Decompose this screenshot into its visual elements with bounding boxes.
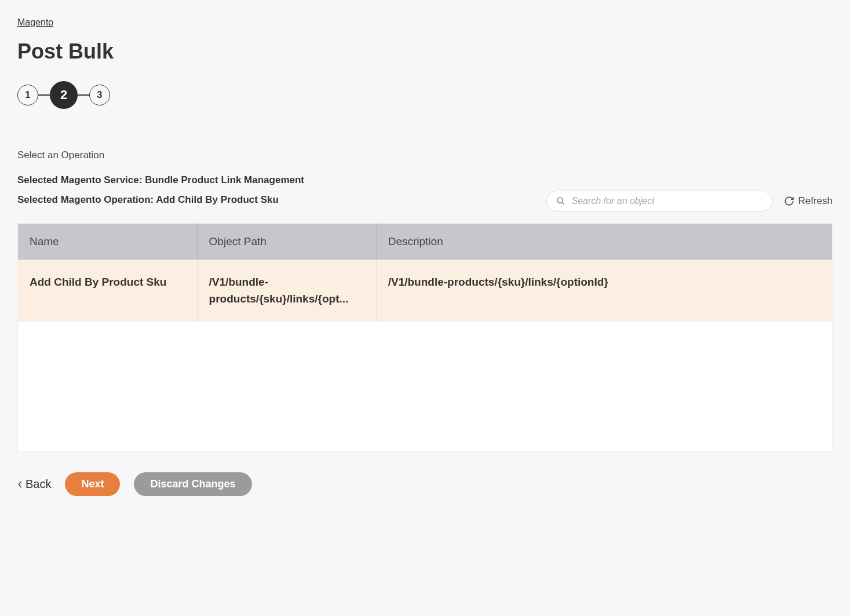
step-2[interactable]: 2 [50,81,78,109]
stepper: 1 2 3 [17,81,833,109]
section-label: Select an Operation [17,150,833,161]
svg-point-0 [557,198,563,203]
breadcrumb-link[interactable]: Magento [17,17,53,28]
step-connector [38,94,50,96]
operation-table: Name Object Path Description Add Child B… [18,224,832,322]
th-desc: Description [376,224,832,260]
discard-button[interactable]: Discard Changes [134,472,251,496]
selected-operation: Selected Magento Operation: Add Child By… [17,192,304,207]
table-container: Name Object Path Description Add Child B… [17,223,833,452]
search-icon [556,196,566,206]
refresh-icon [784,196,794,206]
th-name: Name [18,224,197,260]
cell-desc: /V1/bundle-products/{sku}/links/{optionI… [376,260,832,322]
table-row[interactable]: Add Child By Product Sku /V1/bundle-prod… [18,260,832,322]
step-3[interactable]: 3 [89,85,110,105]
footer: Back Next Discard Changes [17,472,833,496]
back-label: Back [25,478,51,491]
cell-path: /V1/bundle-products/{sku}/links/{opt... [197,260,376,322]
step-connector [78,94,89,96]
search-input[interactable] [571,196,763,206]
selected-service: Selected Magento Service: Bundle Product… [17,173,304,188]
search-box[interactable] [546,191,772,212]
info-text: Selected Magento Service: Bundle Product… [17,173,304,212]
chevron-left-icon [17,480,23,489]
th-path: Object Path [197,224,376,260]
cell-name: Add Child By Product Sku [18,260,197,322]
next-button[interactable]: Next [65,472,120,496]
refresh-button[interactable]: Refresh [784,195,833,207]
refresh-label: Refresh [798,195,833,207]
step-1[interactable]: 1 [17,85,38,105]
page-title: Post Bulk [17,39,833,64]
svg-line-1 [562,202,564,204]
back-button[interactable]: Back [17,478,51,491]
